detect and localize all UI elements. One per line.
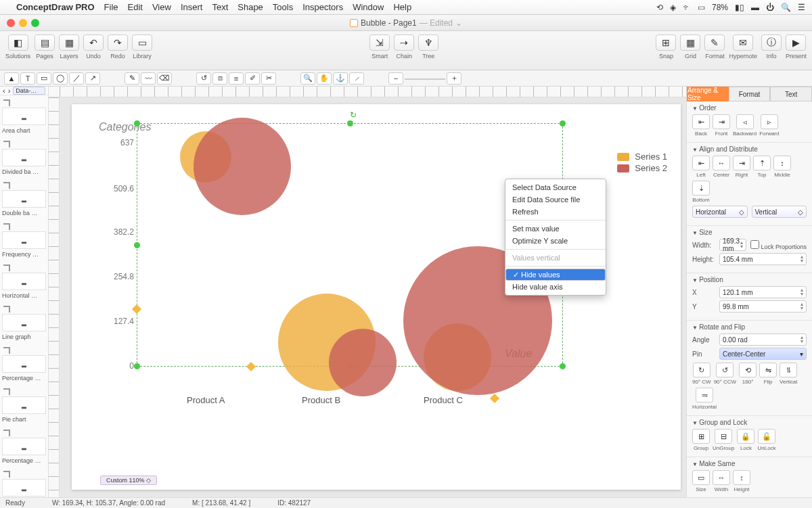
- rotate-tool[interactable]: ↺: [196, 72, 211, 85]
- group-row-lock[interactable]: 🔒: [737, 429, 754, 444]
- tree-button[interactable]: ♆: [418, 34, 438, 51]
- handle-sw[interactable]: [134, 363, 140, 369]
- order-row-forward[interactable]: ▹: [761, 114, 778, 129]
- flag-icon[interactable]: ▬: [751, 3, 759, 12]
- handle-diamond-x[interactable]: [490, 394, 499, 403]
- nav-back-icon[interactable]: ‹: [3, 87, 5, 95]
- rect-tool[interactable]: ▭: [37, 72, 51, 85]
- zoom-window-icon[interactable]: [31, 19, 39, 27]
- y-field[interactable]: 99.8 mm▴▾: [719, 300, 807, 313]
- width-field[interactable]: 169.3 mm▴▾: [719, 239, 746, 251]
- smart-button[interactable]: ⇲: [369, 34, 390, 51]
- sidebar-item[interactable]: ▂Pie chart: [0, 384, 48, 425]
- line-tool[interactable]: ／: [69, 72, 84, 85]
- hand-tool[interactable]: ✋: [317, 72, 332, 85]
- sidebar-item[interactable]: ▂Ring chart: [0, 467, 48, 497]
- menu-icon[interactable]: ☰: [798, 3, 805, 12]
- handle-w[interactable]: [134, 242, 140, 248]
- same-row-size[interactable]: ▭: [692, 470, 710, 485]
- ellipse-tool[interactable]: ◯: [53, 72, 68, 85]
- ctx-hide-value-axis[interactable]: Hide value axis: [505, 281, 606, 293]
- menu-view[interactable]: View: [152, 2, 171, 12]
- order-row-backward[interactable]: ◃: [736, 114, 754, 129]
- context-menu[interactable]: Select Data SourceEdit Data Source fileR…: [505, 179, 606, 296]
- align-horizontal-select[interactable]: Horizontal◇: [692, 206, 748, 218]
- menu-window[interactable]: Window: [353, 2, 384, 12]
- align-row-top[interactable]: ⇡: [753, 156, 771, 170]
- traffic-lights[interactable]: [0, 19, 39, 27]
- align-row-center[interactable]: ↔: [713, 156, 730, 170]
- format-button[interactable]: ✎: [704, 34, 725, 51]
- pin-select[interactable]: Center-Center▾: [719, 348, 807, 360]
- tab-arrange[interactable]: Arrange & Size: [687, 87, 729, 101]
- ctx-optimize-y-scale[interactable]: Optimize Y scale: [505, 235, 606, 247]
- arrow-tool[interactable]: ▲: [4, 72, 19, 85]
- ctx-refresh[interactable]: Refresh: [505, 206, 606, 218]
- page[interactable]: Categories Value ↻: [72, 104, 681, 490]
- zoom-slider[interactable]: −＋: [388, 72, 461, 85]
- wifi-icon[interactable]: ᯤ: [683, 3, 691, 12]
- align-vertical-select[interactable]: Vertical◇: [752, 206, 807, 218]
- chevron-down-icon[interactable]: ⌄: [455, 18, 462, 28]
- diamond-icon[interactable]: ◈: [670, 3, 676, 12]
- crop-tool[interactable]: ⧈: [212, 72, 227, 85]
- sidebar-nav[interactable]: ‹ › Data-…: [0, 87, 48, 95]
- menu-edit[interactable]: Edit: [128, 2, 143, 12]
- menu-shape[interactable]: Shape: [238, 2, 263, 12]
- anchor-tool[interactable]: ⚓: [333, 72, 348, 85]
- angle-field[interactable]: 0.00 rad▴▾: [719, 333, 807, 346]
- group-row-group[interactable]: ⊞: [692, 429, 710, 444]
- sidebar-item[interactable]: ▂Area chart: [0, 95, 48, 137]
- sidebar-item[interactable]: ▂Horizontal …: [0, 260, 48, 302]
- height-field[interactable]: 105.4 mm▴▾: [719, 253, 807, 265]
- layers-button[interactable]: ▦: [59, 34, 79, 51]
- sidebar-item[interactable]: ▂Frequency …: [0, 219, 48, 260]
- sidebar-item[interactable]: ▂Line graph: [0, 302, 48, 343]
- rotate-row-90° cw[interactable]: ↻: [693, 363, 710, 377]
- sync-icon[interactable]: ⟲: [656, 3, 663, 12]
- same-row-width[interactable]: ↔: [713, 470, 730, 485]
- pages-button[interactable]: ▤: [35, 34, 55, 51]
- handle-ne[interactable]: [560, 120, 566, 126]
- present-button[interactable]: ▶: [786, 34, 806, 51]
- library-button[interactable]: ▭: [132, 34, 152, 51]
- tab-text[interactable]: Text: [770, 87, 812, 101]
- handle-nw[interactable]: [134, 120, 140, 126]
- rotate-row-horizontal[interactable]: ⥭: [696, 388, 713, 402]
- bubble-s2-a[interactable]: [194, 118, 291, 215]
- minimize-window-icon[interactable]: [19, 19, 27, 27]
- align-row-bottom[interactable]: ⇣: [692, 181, 710, 195]
- sidebar-item[interactable]: ▂Double ba …: [0, 178, 48, 219]
- power-icon[interactable]: ⏻: [766, 3, 774, 12]
- same-row-height[interactable]: ↕: [733, 470, 750, 485]
- rotate-row-90° ccw[interactable]: ↺: [716, 363, 734, 377]
- rotate-handle-icon[interactable]: ↻: [350, 110, 357, 120]
- brush-tool[interactable]: 〰: [141, 72, 156, 85]
- snap-button[interactable]: ⊞: [656, 34, 676, 51]
- menu-text[interactable]: Text: [212, 2, 228, 12]
- scissors-tool[interactable]: ✂: [261, 72, 276, 85]
- menu-inspectors[interactable]: Inspectors: [302, 2, 343, 12]
- ctx-edit-data-source-file[interactable]: Edit Data Source file: [505, 193, 606, 206]
- info-button[interactable]: ⓘ: [761, 34, 782, 51]
- menu-file[interactable]: File: [104, 2, 118, 12]
- align-row-middle[interactable]: ↕: [773, 156, 791, 170]
- nav-fwd-icon[interactable]: ›: [8, 87, 11, 95]
- eraser-tool[interactable]: ⌫: [157, 72, 172, 85]
- display-icon[interactable]: ▭: [698, 3, 705, 12]
- canvas[interactable]: Categories Value ↻: [60, 97, 686, 497]
- group-row-ungroup[interactable]: ⊟: [715, 429, 732, 444]
- paint-tool[interactable]: ✐: [245, 72, 260, 85]
- rotate-row-180°[interactable]: ⟲: [739, 363, 757, 377]
- handle-diamond-w[interactable]: [132, 304, 141, 313]
- connector-tool[interactable]: ↗: [85, 72, 100, 85]
- ctx-hide-values[interactable]: ✓ Hide values: [505, 269, 606, 281]
- sidebar-item[interactable]: ▂Divided ba …: [0, 137, 48, 178]
- align-row-left[interactable]: ⇤: [692, 156, 710, 170]
- align-tool[interactable]: ≡: [229, 72, 244, 85]
- ctx-set-max-value[interactable]: Set max value: [505, 223, 606, 235]
- sidebar-item[interactable]: ▂Percentage …: [0, 425, 48, 467]
- x-field[interactable]: 120.1 mm▴▾: [719, 286, 807, 298]
- sidebar-select[interactable]: Data-…: [13, 87, 45, 95]
- lock-proportions-checkbox[interactable]: [750, 240, 759, 249]
